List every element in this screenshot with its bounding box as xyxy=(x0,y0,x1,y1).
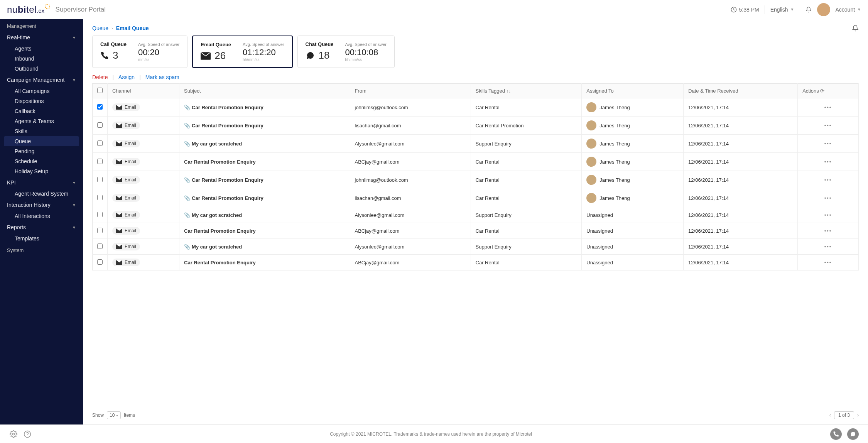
row-checkbox[interactable] xyxy=(97,159,103,164)
sidebar-group-reports[interactable]: Reports ▼ xyxy=(0,221,83,233)
channel-badge: Email xyxy=(112,103,140,111)
account-menu[interactable]: Account ▼ xyxy=(836,7,861,13)
card-format: hh/mm/ss xyxy=(243,57,284,62)
skills-cell: Support Enquiry xyxy=(471,207,582,223)
card-title: Email Queue xyxy=(201,42,231,47)
row-checkbox[interactable] xyxy=(97,243,103,249)
subject-text: Car Rental Promotion Enquiry xyxy=(184,159,256,165)
col-skills[interactable]: Skills Tagged↑↓ xyxy=(471,84,582,98)
refresh-button[interactable]: ⟳ xyxy=(820,88,824,94)
date-cell: 12/06/2021, 17:14 xyxy=(684,171,798,189)
row-actions-button[interactable]: ••• xyxy=(798,153,859,171)
row-actions-button[interactable]: ••• xyxy=(798,255,859,271)
table-row[interactable]: Email📎Car Rental Promotion Enquirylisach… xyxy=(93,117,859,135)
notifications-button[interactable] xyxy=(806,7,812,13)
row-actions-button[interactable]: ••• xyxy=(798,239,859,255)
mail-icon xyxy=(116,159,122,164)
next-page-button[interactable]: › xyxy=(857,413,859,418)
assigned-cell: James Theng xyxy=(582,171,684,189)
table-row[interactable]: Email📎My car got scratchedAlysonlee@gmai… xyxy=(93,239,859,255)
table-row[interactable]: EmailCar Rental Promotion EnquiryABCjay@… xyxy=(93,153,859,171)
sidebar-item-holiday[interactable]: Holiday Setup xyxy=(0,166,83,176)
caret-down-icon: ▼ xyxy=(72,36,76,40)
card-title: Call Queue xyxy=(100,41,127,47)
avatar[interactable] xyxy=(817,3,830,16)
subject-text: My car got scratched xyxy=(192,212,242,218)
sidebar-group-realtime[interactable]: Real-time ▼ xyxy=(0,31,83,44)
col-channel[interactable]: Channel xyxy=(108,84,179,98)
sidebar-item-inbound[interactable]: Inbound xyxy=(0,54,83,64)
breadcrumb-root[interactable]: Queue xyxy=(92,25,108,31)
row-actions-button[interactable]: ••• xyxy=(798,207,859,223)
queue-table: Channel Subject From Skills Tagged↑↓ Ass… xyxy=(92,83,859,271)
sidebar-group-history[interactable]: Interaction History ▼ xyxy=(0,199,83,211)
sidebar-item-skills[interactable]: Skills xyxy=(0,126,83,136)
sidebar-group-kpi[interactable]: KPI ▼ xyxy=(0,176,83,189)
sidebar-item-agents[interactable]: Agents xyxy=(0,44,83,54)
row-actions-button[interactable]: ••• xyxy=(798,223,859,239)
help-button[interactable] xyxy=(23,430,32,438)
sidebar-item-schedule[interactable]: Schedule xyxy=(0,156,83,166)
row-checkbox[interactable] xyxy=(97,195,103,200)
skills-cell: Car Rental xyxy=(471,171,582,189)
row-checkbox[interactable] xyxy=(97,177,103,182)
row-actions-button[interactable]: ••• xyxy=(798,117,859,135)
stat-card-phone[interactable]: Call Queue3Avg. Speed of answer00:20mm/s… xyxy=(92,36,187,68)
col-date[interactable]: Date & Time Received xyxy=(684,84,798,98)
logo[interactable]: nubitel.cx xyxy=(7,4,52,15)
assign-action[interactable]: Assign xyxy=(118,74,135,80)
row-checkbox[interactable] xyxy=(97,104,103,110)
assigned-name: James Theng xyxy=(599,141,630,147)
attachment-icon: 📎 xyxy=(184,141,190,147)
row-actions-button[interactable]: ••• xyxy=(798,171,859,189)
chat-button[interactable] xyxy=(847,428,859,440)
dialer-button[interactable] xyxy=(830,428,842,440)
mark-spam-action[interactable]: Mark as spam xyxy=(145,74,179,80)
sidebar-item-templates[interactable]: Templates xyxy=(0,233,83,243)
sidebar-item-queue[interactable]: Queue xyxy=(4,136,79,146)
settings-button[interactable] xyxy=(9,430,18,438)
sidebar-item-agent-reward[interactable]: Agent Reward System xyxy=(0,189,83,199)
delete-action[interactable]: Delete xyxy=(92,74,108,80)
sidebar-item-callback[interactable]: Callback xyxy=(0,106,83,116)
row-checkbox[interactable] xyxy=(97,259,103,265)
caret-down-icon: ▼ xyxy=(72,181,76,185)
col-from[interactable]: From xyxy=(350,84,471,98)
language-label: English xyxy=(770,7,788,13)
stat-card-chat[interactable]: Chat Queue18Avg. Speed of answer00:10:08… xyxy=(297,36,395,68)
page-notifications-button[interactable] xyxy=(852,25,859,32)
separator: | xyxy=(139,74,141,80)
sidebar-group-campaign[interactable]: Campaign Management ▼ xyxy=(0,74,83,86)
language-selector[interactable]: English ▼ xyxy=(770,7,794,13)
subject-text: Car Rental Promotion Enquiry xyxy=(184,228,256,234)
row-checkbox[interactable] xyxy=(97,228,103,233)
stat-card-mail[interactable]: Email Queue26Avg. Speed of answer01:12:2… xyxy=(192,36,292,68)
sidebar-item-outbound[interactable]: Outbound xyxy=(0,64,83,74)
table-row[interactable]: EmailCar Rental Promotion EnquiryABCjay@… xyxy=(93,255,859,271)
sidebar-item-all-campaigns[interactable]: All Campaigns xyxy=(0,86,83,96)
table-row[interactable]: Email📎My car got scratchedAlysonlee@gmai… xyxy=(93,207,859,223)
row-actions-button[interactable]: ••• xyxy=(798,98,859,117)
table-row[interactable]: Email📎Car Rental Promotion Enquiryjohnli… xyxy=(93,171,859,189)
row-actions-button[interactable]: ••• xyxy=(798,189,859,207)
select-all-checkbox[interactable] xyxy=(97,88,103,93)
col-assigned[interactable]: Assigned To xyxy=(582,84,684,98)
row-checkbox[interactable] xyxy=(97,140,103,146)
table-row[interactable]: Email📎My car got scratchedAlysonlee@gmai… xyxy=(93,135,859,153)
col-subject[interactable]: Subject xyxy=(179,84,350,98)
sidebar-item-agents-teams[interactable]: Agents & Teams xyxy=(0,116,83,126)
table-row[interactable]: Email📎Car Rental Promotion Enquiryjohnli… xyxy=(93,98,859,117)
row-checkbox[interactable] xyxy=(97,122,103,128)
table-row[interactable]: Email📎Car Rental Promotion Enquirylisach… xyxy=(93,189,859,207)
from-cell: lisachan@gmail.com xyxy=(350,117,471,135)
table-row[interactable]: EmailCar Rental Promotion EnquiryABCjay@… xyxy=(93,223,859,239)
row-actions-button[interactable]: ••• xyxy=(798,135,859,153)
logo-badge-icon xyxy=(45,4,50,9)
prev-page-button[interactable]: ‹ xyxy=(829,413,831,418)
sidebar-item-all-interactions[interactable]: All Interactions xyxy=(0,211,83,221)
sidebar-item-pending[interactable]: Pending xyxy=(0,146,83,156)
row-checkbox[interactable] xyxy=(97,212,103,217)
sidebar-item-dispositions[interactable]: Dispositions xyxy=(0,96,83,106)
page-size-selector[interactable]: 10 ▾ xyxy=(107,411,121,419)
skills-cell: Car Rental xyxy=(471,153,582,171)
